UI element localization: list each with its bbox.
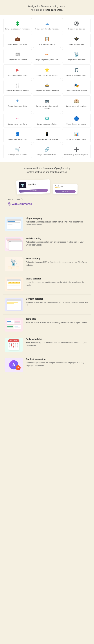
use-case-emoji-icon: ⚽: [74, 22, 79, 26]
feature-text-feed: Feed scraping Automatically scrape RSS o…: [26, 257, 90, 266]
product-stars-2: ★★★★★: [55, 187, 76, 189]
use-case-card: 🎓 Scrape latest syllabus.: [62, 34, 91, 48]
product-row-2: Supply Now ★★★★★: [55, 185, 76, 189]
feature-title: Serial scraping: [26, 237, 90, 240]
use-case-icon: ✈: [14, 98, 21, 104]
use-case-icon: 🎓: [73, 36, 80, 42]
use-case-emoji-icon: ✏: [45, 52, 49, 56]
tshirt-icon: 👕: [21, 184, 24, 187]
feature-item: Visual selector Locate the content you w…: [3, 274, 91, 294]
feature-image-visual: [4, 278, 23, 291]
use-case-icon: ▶: [14, 67, 21, 73]
use-case-emoji-icon: ➕: [74, 148, 79, 152]
feature-item: Templates Provides flexible text and vis…: [3, 315, 91, 335]
use-case-icon: 🛒: [14, 146, 21, 152]
feature-title: Single scraping: [26, 217, 90, 220]
use-case-icon: 💼: [14, 36, 21, 42]
use-case-card: 📰 Scrape latest and old news.: [3, 49, 32, 63]
use-case-label: Scrape latest currency information.: [5, 28, 30, 30]
use-case-card: 📡 Scrape articles from feeds.: [62, 49, 91, 63]
use-case-icon: 🍲: [44, 82, 50, 88]
feature-image-single: [4, 217, 23, 231]
use-case-label: Scrape latest and old news.: [5, 59, 30, 61]
use-case-emoji-icon: 📊: [74, 132, 79, 136]
use-case-icon: 💲: [14, 20, 21, 26]
use-case-card: 🚌 Scrape transportation hours of service…: [33, 95, 61, 112]
feature-text-scheduled: Fully scheduled Runs automatically until…: [26, 338, 90, 347]
use-case-icon: ☁: [44, 20, 50, 26]
use-case-emoji-icon: 💼: [15, 37, 20, 41]
visual-selector-icon: [7, 279, 21, 289]
use-case-card: 💲 Scrape latest currency information.: [3, 18, 32, 32]
use-case-emoji-icon: 🔗: [45, 148, 49, 152]
feature-description: Automatically scrape content from differ…: [26, 240, 90, 246]
use-case-icon: 📰: [14, 51, 21, 58]
use-case-card: 🍲 Scrape recipes with nutrition facts.: [33, 80, 61, 94]
integrate-section: Integrates with the themes and plugins u…: [0, 162, 94, 175]
feature-item: Content detector Automatically locates t…: [3, 294, 91, 315]
feature-title: Content detector: [26, 298, 90, 300]
translation-icon: A অ: [7, 360, 21, 370]
use-case-label: Scrape current weather forecast.: [35, 28, 59, 30]
use-case-emoji-icon: 👤: [15, 132, 20, 136]
also-works-label: Also works with ↙: [8, 197, 86, 201]
single-browser-icon: [7, 219, 21, 229]
feature-text-templates: Templates Provides flexible text and vis…: [26, 318, 87, 324]
use-case-card: 🏨 Scrape hotels with locations.: [62, 95, 91, 112]
header-text: Designed to fit every scraping needs, he…: [6, 4, 88, 12]
use-case-emoji-icon: ⭐: [45, 68, 49, 72]
header-section: Designed to fit every scraping needs, he…: [0, 0, 94, 14]
use-case-icon: ➕: [73, 146, 80, 152]
use-case-label: Scrape image and galleries.: [35, 123, 59, 125]
feature-text-translation: Content translation Automatically transl…: [26, 358, 90, 367]
use-case-card: ⚽ Scrape live sport scores.: [62, 18, 91, 32]
use-case-emoji-icon: 🚌: [45, 99, 49, 103]
use-case-icon: 🚌: [44, 98, 50, 104]
feature-description: Locate the content you want to scrape ea…: [26, 281, 90, 287]
feature-title: Feed scraping: [26, 257, 90, 260]
use-case-label: Scrape bulletin boards.: [35, 43, 59, 46]
use-case-icon: 📡: [73, 51, 80, 58]
product-name-2: Supply Now: [55, 185, 76, 187]
use-case-emoji-icon: 📱: [45, 132, 49, 136]
features-section: Single scraping Automatically scrape par…: [0, 212, 94, 376]
product-thumbnail: 👕: [19, 182, 26, 188]
use-case-label: Scrape movies and celebrities.: [35, 74, 59, 76]
use-case-emoji-icon: 🎓: [74, 37, 79, 41]
product-visual-area: 👕 Black T-Shirt ★★★★☆ Add to Cart Supply…: [0, 175, 94, 212]
use-case-emoji-icon: 📰: [15, 52, 20, 56]
woocommerce-badge: Ⓦ WooCommerce: [8, 202, 32, 206]
feature-description: Automatically scrape RSS or Atom feeds f…: [26, 261, 90, 266]
use-case-emoji-icon: 💲: [15, 22, 20, 26]
feature-text-visual: Visual selector Locate the content you w…: [26, 278, 90, 287]
woo-text: WooCommerce: [12, 202, 32, 206]
feature-description: Automatically scrape particular content …: [26, 220, 90, 226]
serial-browsers-icon: [6, 238, 21, 250]
feed-icon: 📡: [8, 259, 19, 269]
product-info-2: Supply Now ★★★★★: [55, 185, 76, 189]
use-case-label: Much more up to your imagination.: [64, 154, 89, 156]
feature-item: A অ Content translation Automatically tr…: [3, 355, 91, 375]
feature-title: Visual selector: [26, 278, 90, 280]
feature-title: Templates: [26, 318, 87, 320]
use-case-icon: 👤: [14, 131, 21, 137]
feature-item: Serial scraping Automatically scrape con…: [3, 234, 91, 254]
also-works-section: Also works with ↙ Ⓦ WooCommerce: [3, 196, 91, 210]
content-detector-icon: [6, 299, 21, 310]
use-case-icon: 📱: [44, 131, 50, 137]
add-to-cart-button-2[interactable]: Add to Cart: [55, 190, 76, 193]
use-case-card: 🛒 Scrape products as reseller.: [3, 144, 32, 158]
feature-image-content: [4, 298, 23, 312]
use-case-emoji-icon: ▶: [16, 68, 19, 72]
feature-text-single: Single scraping Automatically scrape par…: [26, 217, 90, 226]
use-case-card: 🍴 Scrape restaurants with locations.: [3, 80, 32, 94]
use-case-label: Scrape recipes with nutrition facts.: [35, 90, 59, 92]
use-cases-grid: 💲 Scrape latest currency information. ☁ …: [2, 17, 92, 160]
use-case-label: Scrape live sport scores.: [64, 28, 89, 30]
feature-title: Fully scheduled: [26, 338, 90, 340]
feature-image-scheduled: SCHEDULE 1 2 3 4 5 6 7 8 9 10 11 12 13 1…: [4, 338, 23, 352]
use-case-label: Scrape themes and plugins.: [64, 123, 89, 125]
use-case-card: 📱 Scrape mobile apps and games.: [33, 129, 61, 143]
use-case-icon: 🔗: [44, 146, 50, 152]
add-to-cart-button-1[interactable]: Add to Cart: [19, 189, 48, 193]
